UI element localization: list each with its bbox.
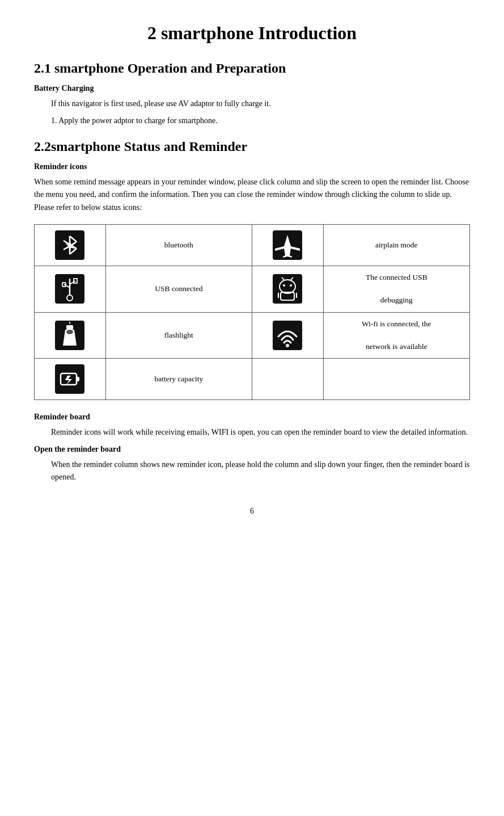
battery-charging-text: If this navigator is first used, please …: [51, 98, 470, 110]
bluetooth-label: bluetooth: [105, 224, 252, 266]
reminder-icons-heading: Reminder icons: [34, 162, 470, 171]
usb-connected-label: USB connected: [105, 266, 252, 312]
flashlight-label: flashlight: [105, 312, 252, 359]
page-number: 6: [34, 507, 470, 516]
wifi-icon: [273, 330, 302, 339]
reminder-board-heading: Reminder board: [34, 413, 470, 422]
bluetooth-icon: ✶: [55, 240, 84, 249]
battery-charging-heading: Battery Charging: [34, 84, 470, 93]
svg-point-21: [283, 284, 285, 287]
main-title: 2 smartphone Introduction: [34, 23, 470, 44]
android-debug-icon-cell: [252, 266, 323, 312]
wifi-icon-cell: [252, 312, 323, 359]
empty-icon-cell-4: [252, 359, 323, 400]
usb-debugging-label: The connected USBdebugging: [323, 266, 469, 312]
android-debug-icon: [273, 284, 302, 292]
open-reminder-text: When the reminder column shows new remin…: [51, 459, 470, 484]
bluetooth-icon-cell: ✶: [35, 224, 106, 266]
wifi-available-label: Wi-fi is connected, thenetwork is availa…: [323, 312, 469, 359]
svg-point-22: [290, 284, 292, 287]
table-row: USB connected: [35, 266, 470, 312]
section1-title: 2.1 smartphone Operation and Preparation: [34, 61, 470, 76]
status-icons-table: ✶ bluetooth: [34, 224, 470, 401]
battery-step1: 1. Apply the power adptor to charge for …: [51, 115, 470, 127]
table-row: battery capacity: [35, 359, 470, 400]
table-row: flashlight Wi-fi is connected, thenetwor…: [35, 312, 470, 359]
battery-icon: [55, 375, 84, 383]
open-reminder-heading: Open the reminder board: [34, 445, 470, 454]
usb-icon: [55, 284, 84, 292]
reminder-icons-text: When some remind message appears in your…: [34, 176, 470, 214]
battery-capacity-label: battery capacity: [105, 359, 252, 400]
reminder-board-text: Reminder icons will work while receiving…: [51, 426, 470, 439]
usb-icon-cell: [35, 266, 106, 312]
svg-rect-19: [273, 274, 302, 304]
svg-point-36: [286, 344, 289, 347]
flashlight-icon-cell: [35, 312, 106, 359]
svg-rect-31: [66, 325, 73, 330]
svg-point-33: [66, 330, 73, 334]
airplane-icon: [273, 240, 302, 249]
section2-title: 2.2smartphone Status and Reminder: [34, 139, 470, 154]
airplane-icon-cell: [252, 224, 323, 266]
empty-label-cell-4: [323, 359, 469, 400]
table-row: ✶ bluetooth: [35, 224, 470, 266]
flashlight-icon: [55, 330, 84, 339]
battery-icon-cell: [35, 359, 106, 400]
svg-rect-39: [77, 377, 79, 381]
airplane-label: airplain mode: [323, 224, 469, 266]
